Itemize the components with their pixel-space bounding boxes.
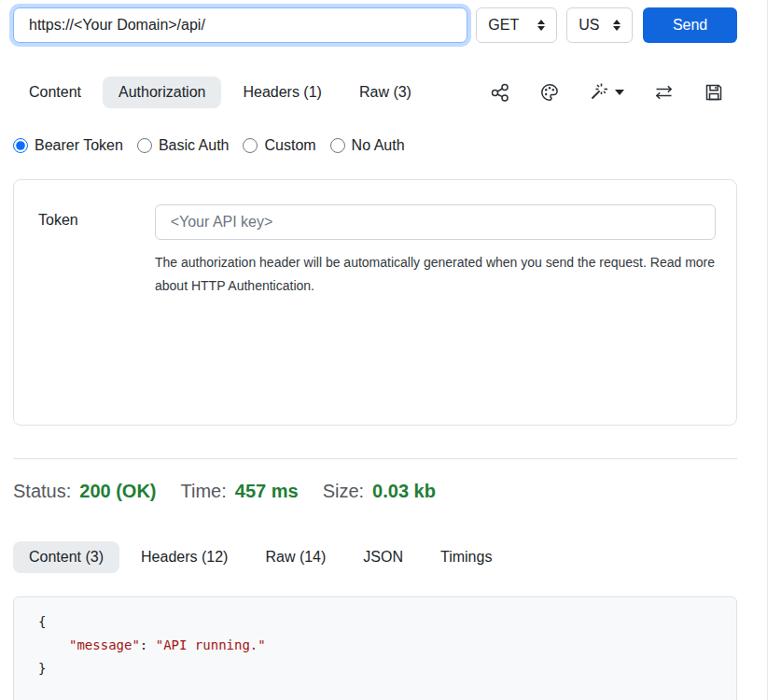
auth-option-label: Basic Auth	[159, 137, 230, 154]
auth-option-label: Bearer Token	[35, 137, 123, 154]
custom-radio[interactable]	[243, 138, 258, 153]
json-colon: :	[140, 637, 156, 652]
size-label: Size:	[323, 481, 364, 502]
response-tab-timings[interactable]: Timings	[425, 541, 508, 573]
select-updown-icon	[613, 20, 621, 31]
token-input[interactable]	[155, 204, 716, 240]
auth-option-custom[interactable]: Custom	[243, 137, 315, 154]
json-key: "message"	[69, 637, 140, 652]
size-value: 0.03 kb	[372, 481, 436, 502]
response-status-bar: Status: 200 (OK) Time: 457 ms Size: 0.03…	[13, 481, 737, 502]
bearer-token-card: Token The authorization header will be a…	[13, 179, 737, 426]
url-input[interactable]	[13, 7, 467, 43]
time-value: 457 ms	[235, 481, 299, 502]
code-close-brace: }	[38, 657, 721, 680]
no-auth-radio[interactable]	[330, 138, 345, 153]
code-open-brace: {	[38, 610, 721, 634]
caret-down-icon	[615, 90, 624, 95]
size-group: Size: 0.03 kb	[323, 481, 436, 502]
share-icon[interactable]	[490, 82, 510, 103]
token-help-text: The authorization header will be automat…	[155, 251, 726, 298]
bearer-token-radio[interactable]	[13, 138, 28, 153]
magic-wand-menu-icon[interactable]	[589, 82, 624, 103]
status-group: Status: 200 (OK)	[13, 481, 157, 502]
auth-option-label: No Auth	[352, 137, 405, 154]
response-body-code: { "message": "API running." }	[13, 596, 737, 700]
time-group: Time: 457 ms	[181, 481, 299, 502]
token-field-row: Token	[38, 204, 716, 240]
response-tab-headers[interactable]: Headers (12)	[125, 541, 244, 573]
swap-arrows-icon[interactable]	[653, 82, 675, 103]
page-right-border	[767, 0, 768, 700]
response-tab-json[interactable]: JSON	[347, 541, 419, 573]
response-tabs: Content (3) Headers (12) Raw (14) JSON T…	[13, 541, 737, 573]
api-tester-panel: GET US Send Content Authorization Header…	[0, 0, 737, 700]
method-select[interactable]: GET	[476, 7, 557, 43]
select-updown-icon	[537, 20, 545, 31]
json-value: "API running."	[156, 637, 266, 652]
tab-raw[interactable]: Raw (3)	[343, 77, 427, 108]
basic-auth-radio[interactable]	[137, 138, 152, 153]
auth-option-bearer-token[interactable]: Bearer Token	[13, 137, 123, 154]
palette-icon[interactable]	[539, 82, 560, 103]
tab-headers[interactable]: Headers (1)	[227, 77, 337, 108]
method-select-value: GET	[488, 17, 519, 34]
save-icon[interactable]	[704, 82, 724, 103]
toolbar	[490, 82, 724, 103]
region-select[interactable]: US	[566, 7, 633, 43]
request-tabs: Content Authorization Headers (1) Raw (3…	[13, 77, 427, 108]
send-button[interactable]: Send	[643, 7, 737, 43]
status-code-value: 200 (OK)	[79, 481, 156, 502]
request-tabs-row: Content Authorization Headers (1) Raw (3…	[13, 77, 737, 108]
tab-authorization[interactable]: Authorization	[103, 77, 221, 108]
time-label: Time:	[181, 481, 227, 502]
token-field-label: Token	[38, 204, 155, 240]
auth-option-basic-auth[interactable]: Basic Auth	[137, 137, 230, 154]
auth-option-no-auth[interactable]: No Auth	[330, 137, 405, 154]
auth-type-options: Bearer Token Basic Auth Custom No Auth	[13, 137, 737, 154]
tab-content[interactable]: Content	[13, 77, 97, 108]
response-tab-raw[interactable]: Raw (14)	[249, 541, 342, 573]
response-tab-content[interactable]: Content (3)	[13, 541, 119, 573]
code-message-line: "message": "API running."	[38, 634, 721, 657]
request-bar: GET US Send	[13, 7, 737, 43]
region-select-value: US	[579, 17, 599, 34]
section-divider	[13, 458, 737, 459]
auth-option-label: Custom	[264, 137, 315, 154]
status-label: Status:	[13, 481, 71, 502]
